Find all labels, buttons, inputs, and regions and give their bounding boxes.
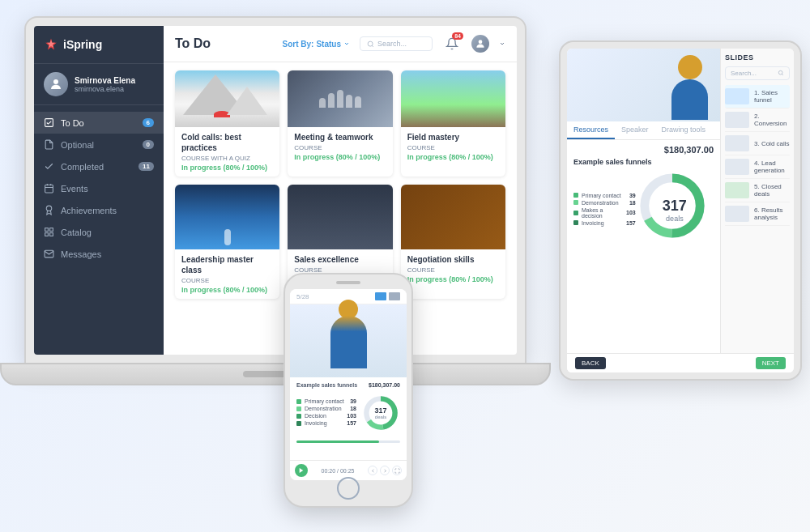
sidebar-item-completed[interactable]: Completed 11 [34,155,164,177]
slide-item-6[interactable]: 6. Results analysis [725,202,790,226]
search-box[interactable]: Search... [360,36,433,51]
legend-text-4: Invoicing [582,220,623,226]
prev-btn[interactable] [368,466,377,475]
fullscreen-btn[interactable] [392,466,402,475]
sidebar-logo: iSpring [34,26,164,64]
course-info-2: Meeting & teamwork COURSE In progress (8… [288,127,392,166]
grid-view-icon[interactable] [375,292,386,300]
course-card-4[interactable]: Leadership master class COURSE In progre… [175,185,279,299]
ispring-logo-icon [44,37,58,52]
course-progress-4: In progress (80% / 100%) [181,286,273,294]
main-header: To Do Sort By: Status Sea [164,26,517,62]
phone-donut-label: deals [374,415,386,419]
svg-rect-9 [45,233,49,236]
sidebar-item-achievements[interactable]: Achievements [34,199,164,221]
course-card-3[interactable]: Field mastery COURSE In progress (80% / … [401,70,505,177]
list-view-icon[interactable] [389,292,400,300]
phone-legend-text-2: Demonstration [305,406,347,411]
tab-resources[interactable]: Resources [567,121,615,139]
sidebar-user[interactable]: Smirnova Elena smirnova.elena [34,64,164,105]
donut-number: 317 [663,198,687,215]
tablet-chart-title: Example sales funnels [573,158,714,166]
slides-search-placeholder: Search... [731,70,757,77]
chart-value-phone: $180,307.00 [369,382,400,388]
course-card-2[interactable]: Meeting & teamwork COURSE In progress (8… [288,70,392,177]
nav-label-messages: Messages [61,249,101,259]
slide-thumb-5 [725,182,749,198]
legend-dot-4 [573,220,578,225]
slide-item-4[interactable]: 4. Lead generation [725,155,790,179]
legend-num-2: 18 [629,200,636,206]
legend-num-3: 103 [626,210,636,215]
user-avatar-header[interactable] [471,35,489,53]
course-card-6[interactable]: Negotiation skills COURSE In progress (8… [401,185,505,299]
sidebar-item-messages[interactable]: Messages [34,243,164,265]
legend-row-2: Demonstration 18 [573,200,636,206]
next-button[interactable]: NEXT [756,357,786,369]
legend-dot-2 [573,200,578,205]
course-title-2: Meeting & teamwork [294,132,386,143]
user-info: Smirnova Elena smirnova.elena [75,76,135,93]
progress-bar-fill [296,440,379,443]
svg-point-6 [46,206,52,211]
slide-label-1: 1. Sales funnel [754,89,790,104]
time-total: 00:25 [340,468,355,474]
tablet-big-value: $180,307.00 [573,145,714,155]
back-button[interactable]: BACK [575,357,606,369]
next-ctrl-btn[interactable] [380,466,390,475]
slide-item-2[interactable]: 2. Conversion [725,109,790,132]
dropdown-arrow-icon [499,40,505,47]
chart-body: Primary contact 39 Demonstration 18 Deci… [296,394,400,432]
svg-line-12 [372,45,373,47]
phone-controls [368,466,402,475]
phone-legend-num-2: 18 [350,406,356,411]
sidebar-item-todo[interactable]: To Do 6 [34,112,164,134]
user-email: smirnova.elena [75,85,135,93]
sidebar-item-catalog[interactable]: Catalog [34,221,164,243]
phone-legend-dot-1 [296,399,301,404]
slide-item-1[interactable]: 1. Sales funnel [725,85,790,109]
chart-header-row: Example sales funnels $180,307.00 [296,382,400,391]
legend-dot-3 [573,211,578,215]
phone-speaker [336,281,360,284]
play-icon [298,467,305,474]
course-progress-3: In progress (80% / 100%) [407,153,499,161]
presenter-head [678,55,702,79]
course-card-1[interactable]: Cold calls: best practices COURSE WITH A… [175,70,279,177]
phone-legend-row-4: Invoicing 157 [296,420,356,426]
slide-item-3[interactable]: 3. Cold calls [725,132,790,155]
course-title-1: Cold calls: best practices [181,132,273,153]
notification-bell[interactable]: 84 [442,34,462,53]
slide-label-5: 5. Closed deals [754,183,790,198]
nav-label-achievements: Achievements [61,206,117,215]
slide-thumb-1 [725,88,749,104]
nav-label-catalog: Catalog [61,228,92,237]
nav-badge-completed: 11 [139,162,154,171]
sidebar-item-events[interactable]: Events [34,177,164,199]
play-button[interactable] [295,464,308,477]
course-info-6: Negotiation skills COURSE In progress (8… [401,249,505,288]
slides-search[interactable]: Search... [725,66,790,80]
course-progress-6: In progress (80% / 100%) [407,275,499,283]
tab-bar: Resources Speaker Drawing tools [567,121,720,140]
phone-home-button[interactable] [337,477,360,500]
phone: 5/28 Example sales funnel [284,273,413,516]
nav-label-todo: To Do [61,118,84,128]
svg-point-13 [479,40,483,44]
legend-num-4: 157 [626,220,636,226]
tab-speaker[interactable]: Speaker [615,121,655,139]
sort-by-value[interactable]: Status [316,40,341,49]
course-img-mountain [175,70,279,127]
slide-item-5[interactable]: 5. Closed deals [725,179,790,202]
search-icon [367,40,374,48]
tab-drawing[interactable]: Drawing tools [655,121,713,139]
avatar [44,72,68,96]
sidebar: iSpring Smirnova Elena smirnova.elena [34,26,164,355]
donut-center: 317 deals [663,198,687,223]
course-img-climber [175,185,279,249]
sidebar-item-optional[interactable]: Optional 0 [34,134,164,155]
user-icon-header [475,38,486,49]
tablet-presenter-area [567,49,720,121]
phone-legend: Primary contact 39 Demonstration 18 Deci… [296,398,356,428]
sort-by-label: Sort By: [283,40,314,49]
